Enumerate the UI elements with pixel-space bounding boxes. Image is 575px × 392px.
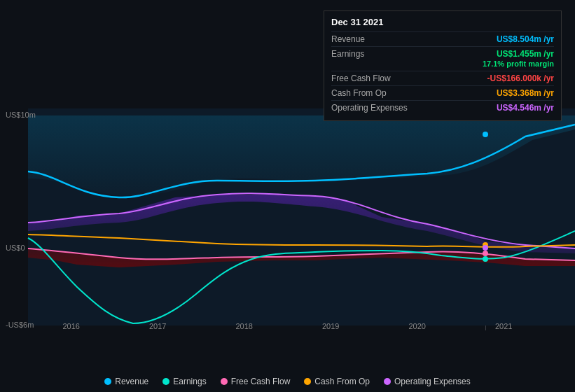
tooltip-value-op-expenses: US$4.546m /yr xyxy=(497,103,554,113)
tooltip-row-op-expenses: Operating Expenses US$4.546m /yr xyxy=(331,100,554,115)
y-label-mid: US$0 xyxy=(6,244,25,252)
svg-point-5 xyxy=(483,256,488,262)
legend-dot-revenue xyxy=(104,378,111,385)
legend-item-cash-from-op[interactable]: Cash From Op xyxy=(304,377,370,386)
x-labels: 2016 2017 2018 2019 2020 2021 xyxy=(0,322,575,330)
legend: Revenue Earnings Free Cash Flow Cash Fro… xyxy=(0,377,575,386)
legend-label-revenue: Revenue xyxy=(115,377,148,386)
x-label-2021: 2021 xyxy=(495,322,512,330)
tooltip-row-earnings: Earnings US$1.455m /yr 17.1% profit marg… xyxy=(331,46,554,71)
tooltip-date: Dec 31 2021 xyxy=(331,17,554,27)
tooltip-row-cash-from-op: Cash From Op US$3.368m /yr xyxy=(331,85,554,100)
tooltip-profit-margin: 17.1% profit margin xyxy=(476,59,554,68)
tooltip-label-revenue: Revenue xyxy=(331,34,365,44)
x-label-2016: 2016 xyxy=(63,322,80,330)
legend-label-fcf: Free Cash Flow xyxy=(231,377,291,386)
tooltip-value-fcf: -US$166.000k /yr xyxy=(487,74,554,83)
tooltip-row-fcf: Free Cash Flow -US$166.000k /yr xyxy=(331,71,554,85)
tooltip-label-op-expenses: Operating Expenses xyxy=(331,103,408,113)
legend-label-cash-from-op: Cash From Op xyxy=(314,377,370,386)
tooltip-label-fcf: Free Cash Flow xyxy=(331,74,391,83)
tooltip-box: Dec 31 2021 Revenue US$8.504m /yr Earnin… xyxy=(324,10,562,121)
legend-item-revenue[interactable]: Revenue xyxy=(104,377,148,386)
legend-label-earnings: Earnings xyxy=(173,377,206,386)
tooltip-value-earnings: US$1.455m /yr xyxy=(497,49,554,59)
x-label-2018: 2018 xyxy=(236,322,253,330)
legend-dot-cash-from-op xyxy=(304,378,311,385)
x-label-2017: 2017 xyxy=(149,322,166,330)
legend-dot-earnings xyxy=(162,378,169,385)
legend-item-op-expenses[interactable]: Operating Expenses xyxy=(384,377,471,386)
y-label-top: US$10m xyxy=(6,111,36,119)
svg-point-1 xyxy=(483,132,488,137)
legend-item-earnings[interactable]: Earnings xyxy=(162,377,206,386)
svg-point-3 xyxy=(483,245,488,251)
x-label-2020: 2020 xyxy=(409,322,426,330)
x-label-2019: 2019 xyxy=(322,322,339,330)
svg-point-4 xyxy=(483,251,488,256)
legend-item-fcf[interactable]: Free Cash Flow xyxy=(221,377,291,386)
tooltip-label-earnings: Earnings xyxy=(331,49,364,69)
legend-dot-fcf xyxy=(221,378,228,385)
tooltip-value-cash-from-op: US$3.368m /yr xyxy=(497,88,554,98)
tooltip-row-revenue: Revenue US$8.504m /yr xyxy=(331,31,554,46)
tooltip-label-cash-from-op: Cash From Op xyxy=(331,88,387,98)
tooltip-value-revenue: US$8.504m /yr xyxy=(497,34,554,44)
legend-label-op-expenses: Operating Expenses xyxy=(394,377,471,386)
legend-dot-op-expenses xyxy=(384,378,391,385)
